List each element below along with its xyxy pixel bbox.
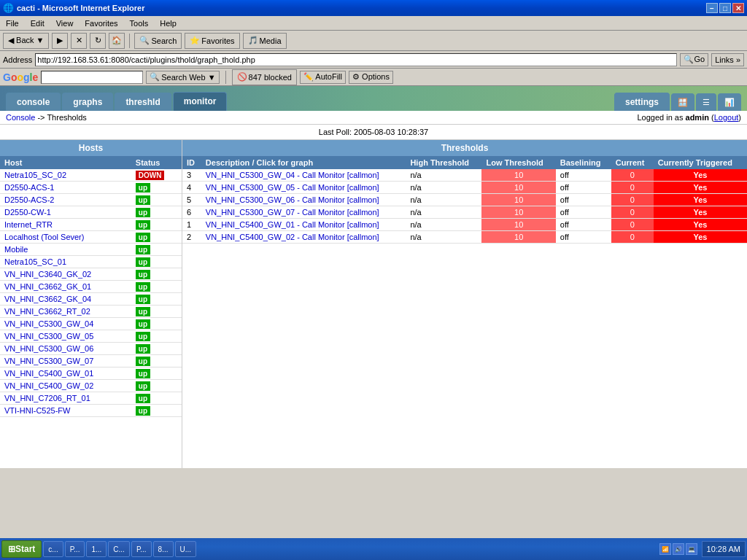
google-search-button[interactable]: 🔍 Search Web ▼: [146, 71, 219, 84]
maximize-button[interactable]: □: [719, 3, 731, 13]
options-button[interactable]: ⚙ Options: [349, 71, 393, 84]
breadcrumb-home-link[interactable]: Console: [6, 113, 35, 122]
thresholds-table-row: 4 VN_HNI_C5300_GW_05 - Call Monitor [cal…: [182, 182, 747, 194]
menu-favorites[interactable]: Favorites: [82, 18, 120, 28]
thresh-desc-link[interactable]: VN_HNI_C5400_GW_01 - Call Monitor [callm…: [206, 220, 379, 229]
host-status: up: [131, 293, 182, 306]
host-status: up: [131, 306, 182, 318]
menu-tools[interactable]: Tools: [127, 18, 152, 28]
media-button[interactable]: 🎵 Media: [243, 33, 287, 49]
tab-settings[interactable]: settings: [614, 93, 670, 111]
hosts-panel: Hosts Host Status Netra105_SC_02 DOWN D2…: [0, 140, 182, 468]
menu-file[interactable]: File: [3, 18, 22, 28]
forward-button[interactable]: ▶: [52, 33, 68, 49]
hosts-table-row[interactable]: VN_HNI_C3640_GK_02 up: [0, 268, 182, 281]
hosts-table-row[interactable]: VN_HNI_C5300_GW_07 up: [0, 355, 182, 368]
tab-console[interactable]: console: [6, 93, 61, 111]
host-status: up: [131, 355, 182, 368]
host-name: VN_HNI_C3662_GK_01: [0, 281, 131, 293]
autofill-button[interactable]: ✏️ AutoFill: [300, 71, 346, 84]
tab-graphs[interactable]: graphs: [62, 93, 113, 111]
menu-edit[interactable]: Edit: [28, 18, 47, 28]
thresholds-table-row: 1 VN_HNI_C5400_GW_01 - Call Monitor [cal…: [182, 219, 747, 231]
thresh-current: 0: [611, 231, 654, 244]
hosts-table-row[interactable]: Internet_RTR up: [0, 219, 182, 231]
google-search-input[interactable]: [41, 71, 143, 84]
thresholds-col-header: High Threshold: [406, 156, 481, 169]
blocked-icon: 🚫: [237, 72, 247, 82]
host-name: Netra105_SC_02: [0, 169, 131, 182]
host-status: up: [131, 268, 182, 281]
thresholds-table-row: 3 VN_HNI_C5300_GW_04 - Call Monitor [cal…: [182, 169, 747, 182]
hosts-table-row[interactable]: D2550-ACS-1 up: [0, 182, 182, 194]
thresh-low: 10: [481, 231, 555, 244]
hosts-table-row[interactable]: VN_HNI_C3662_RT_02 up: [0, 306, 182, 318]
thresh-low: 10: [481, 219, 555, 231]
separator-2: [225, 71, 226, 84]
stop-button[interactable]: ✕: [71, 33, 87, 49]
thresh-base: off: [556, 169, 611, 182]
favorites-button[interactable]: ⭐ Favorites: [185, 33, 239, 49]
host-name: VN_HNI_C5300_GW_04: [0, 318, 131, 330]
hosts-table-row[interactable]: Netra105_SC_01 up: [0, 256, 182, 268]
thresh-desc: VN_HNI_C5300_GW_06 - Call Monitor [callm…: [201, 194, 406, 206]
refresh-button[interactable]: ↻: [90, 33, 106, 49]
title-bar-buttons[interactable]: − □ ✕: [706, 3, 744, 13]
minimize-button[interactable]: −: [706, 3, 718, 13]
thresh-current: 0: [611, 194, 654, 206]
thresh-desc-link[interactable]: VN_HNI_C5300_GW_06 - Call Monitor [callm…: [206, 195, 379, 204]
thresh-desc-link[interactable]: VN_HNI_C5400_GW_02 - Call Monitor [callm…: [206, 233, 379, 241]
hosts-table-row[interactable]: VN_HNI_C7206_RT_01 up: [0, 392, 182, 405]
back-button[interactable]: ◀ Back ▼: [3, 33, 49, 49]
tab-monitor[interactable]: monitor: [173, 92, 228, 111]
host-name: VN_HNI_C7206_RT_01: [0, 392, 131, 405]
hosts-table-row[interactable]: D2550-ACS-2 up: [0, 194, 182, 206]
thresh-desc-link[interactable]: VN_HNI_C5300_GW_05 - Call Monitor [callm…: [206, 183, 379, 192]
thresh-desc: VN_HNI_C5300_GW_07 - Call Monitor [callm…: [201, 206, 406, 219]
host-status: up: [131, 256, 182, 268]
thresh-current: 0: [611, 206, 654, 219]
thresholds-col-header: Baselining: [556, 156, 611, 169]
hosts-table-row[interactable]: Netra105_SC_02 DOWN: [0, 169, 182, 182]
thresh-desc-link[interactable]: VN_HNI_C5300_GW_07 - Call Monitor [callm…: [206, 208, 379, 217]
address-input[interactable]: [35, 53, 677, 66]
hosts-table-row[interactable]: Localhost (Tool Sever) up: [0, 231, 182, 244]
home-button[interactable]: 🏠: [109, 33, 125, 49]
breadcrumb: Console -> Thresholds: [6, 113, 87, 122]
hosts-table-row[interactable]: VN_HNI_C5300_GW_05 up: [0, 330, 182, 343]
search-button[interactable]: 🔍 Search: [134, 33, 182, 49]
menu-view[interactable]: View: [53, 18, 77, 28]
hosts-table-row[interactable]: VN_HNI_C5400_GW_01 up: [0, 368, 182, 380]
cacti-app: console graphs threshld monitor settings…: [0, 86, 747, 468]
thresh-triggered: Yes: [654, 194, 747, 206]
thresh-desc-link[interactable]: VN_HNI_C5300_GW_04 - Call Monitor [callm…: [206, 171, 379, 179]
host-name: VN_HNI_C5300_GW_06: [0, 343, 131, 355]
hosts-col-host: Host: [0, 156, 131, 169]
tab-icon-2[interactable]: ☰: [696, 93, 716, 111]
hosts-table-row[interactable]: VTI-HNI-C525-FW up: [0, 405, 182, 417]
host-name: D2550-CW-1: [0, 206, 131, 219]
hosts-table-row[interactable]: VN_HNI_C5400_GW_02 up: [0, 380, 182, 392]
thresh-low: 10: [481, 182, 555, 194]
thresh-id: 4: [182, 182, 201, 194]
menu-help[interactable]: Help: [157, 18, 179, 28]
hosts-table-row[interactable]: D2550-CW-1 up: [0, 206, 182, 219]
close-button[interactable]: ✕: [732, 3, 744, 13]
links-button[interactable]: Links »: [711, 53, 744, 66]
blocked-button[interactable]: 🚫 847 blocked: [232, 69, 297, 85]
hosts-table-row[interactable]: Mobile up: [0, 244, 182, 256]
hosts-table-row[interactable]: VN_HNI_C5300_GW_06 up: [0, 343, 182, 355]
hosts-table-row[interactable]: VN_HNI_C5300_GW_04 up: [0, 318, 182, 330]
hosts-col-status: Status: [131, 156, 182, 169]
tab-icon-1[interactable]: 🪟: [671, 93, 694, 111]
thresholds-col-header: Low Threshold: [481, 156, 555, 169]
tab-threshld[interactable]: threshld: [115, 93, 171, 111]
hosts-table-row[interactable]: VN_HNI_C3662_GK_04 up: [0, 293, 182, 306]
thresholds-panel-header: Thresholds: [182, 140, 747, 156]
logout-link[interactable]: Logout: [714, 113, 739, 122]
media-icon: 🎵: [248, 36, 258, 45]
hosts-table-row[interactable]: VN_HNI_C3662_GK_01 up: [0, 281, 182, 293]
thresh-triggered: Yes: [654, 182, 747, 194]
tab-icon-3[interactable]: 📊: [718, 93, 741, 111]
go-button[interactable]: 🔍Go: [680, 53, 708, 66]
